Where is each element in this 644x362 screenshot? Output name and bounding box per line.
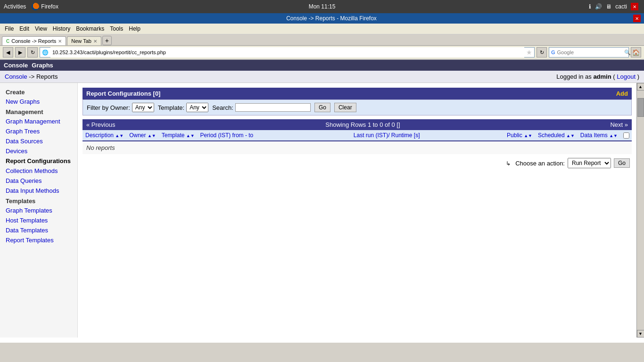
breadcrumb-arrow: ->: [29, 73, 34, 80]
browser-chrome: Console -> Reports - Mozilla Firefox ✕ F…: [0, 13, 644, 60]
sidebar-item-data-input-methods[interactable]: Data Input Methods: [0, 186, 77, 196]
go-button[interactable]: Go: [314, 103, 330, 112]
os-time: Mon 11:15: [309, 3, 336, 10]
browser-menu: File Edit View History Bookmarks Tools H…: [0, 24, 644, 34]
logout-link[interactable]: Logout: [617, 73, 636, 80]
select-all-checkbox[interactable]: [623, 132, 629, 139]
sidebar-item-data-templates[interactable]: Data Templates: [0, 225, 77, 235]
main-layout: Create New Graphs Management Graph Manag…: [0, 83, 644, 337]
th-scheduled[interactable]: Scheduled ▲▼: [535, 130, 578, 140]
no-reports-row: No reports: [83, 141, 632, 154]
sidebar-item-data-sources[interactable]: Data Sources: [0, 136, 77, 146]
report-config-header: Report Configurations [0] Add: [83, 88, 632, 99]
sidebar-templates-section: Templates: [0, 196, 77, 206]
pagination-bar: « Previous Showing Rows 1 to 0 of 0 [] N…: [83, 119, 632, 130]
browser-close-button[interactable]: ✕: [633, 15, 641, 22]
os-topbar-left: Activities Firefox: [4, 3, 58, 10]
console-nav-link[interactable]: Console: [4, 62, 28, 69]
search-icon[interactable]: 🔍: [624, 49, 631, 56]
filter-owner-group: Filter by Owner: Any: [87, 103, 154, 112]
sidebar-item-data-queries[interactable]: Data Queries: [0, 176, 77, 186]
action-select[interactable]: Run Report: [568, 158, 611, 168]
th-checkbox[interactable]: [620, 130, 632, 140]
volume-icon: 🔊: [595, 3, 602, 10]
forward-button[interactable]: ▶: [15, 47, 25, 58]
showing-rows: Showing Rows 1 to 0 of 0 []: [325, 121, 400, 128]
sidebar-item-report-configurations[interactable]: Report Configurations: [0, 156, 77, 166]
search-input[interactable]: [557, 49, 622, 55]
scrollbar[interactable]: ▲ ▼: [636, 83, 644, 337]
home-button[interactable]: 🏠: [631, 47, 641, 58]
menu-edit[interactable]: Edit: [17, 25, 32, 33]
sidebar-management-section: Management: [0, 107, 77, 116]
sidebar-item-graph-templates[interactable]: Graph Templates: [0, 206, 77, 215]
action-go-button[interactable]: Go: [614, 158, 630, 168]
menu-view[interactable]: View: [32, 25, 50, 33]
sidebar-item-report-templates[interactable]: Report Templates: [0, 235, 77, 245]
count-badge: [0]: [153, 90, 161, 97]
next-link[interactable]: Next »: [610, 121, 628, 128]
th-template[interactable]: Template ▲▼: [159, 130, 198, 140]
breadcrumb-console[interactable]: Console: [5, 73, 27, 80]
filter-owner-select[interactable]: Any: [132, 103, 154, 112]
sidebar-item-new-graphs[interactable]: New Graphs: [0, 97, 77, 107]
sidebar-item-graph-trees[interactable]: Graph Trees: [0, 126, 77, 136]
browser-title-bar: Console -> Reports - Mozilla Firefox ✕: [0, 13, 644, 24]
scroll-down-button[interactable]: ▼: [637, 330, 644, 337]
address-input[interactable]: [50, 47, 524, 58]
tab-label: Console -> Reports: [11, 38, 56, 44]
menu-file[interactable]: File: [2, 25, 17, 33]
sidebar-item-host-templates[interactable]: Host Templates: [0, 215, 77, 225]
tab-bar: C Console -> Reports ✕ New Tab ✕ +: [0, 34, 644, 46]
th-period: Period (IST) from - to: [198, 130, 351, 140]
os-close-button[interactable]: ✕: [631, 3, 638, 10]
tab-new-tab[interactable]: New Tab ✕: [67, 36, 101, 45]
menu-bookmarks[interactable]: Bookmarks: [73, 25, 107, 33]
browser-title: Console -> Reports - Mozilla Firefox: [30, 15, 633, 22]
menu-history[interactable]: History: [50, 25, 73, 33]
th-public[interactable]: Public ▲▼: [504, 130, 535, 140]
th-owner[interactable]: Owner ▲▼: [126, 130, 159, 140]
logged-in-info: Logged in as admin ( Logout ): [556, 73, 639, 80]
filter-search-group: Search:: [212, 103, 311, 112]
filter-by-owner-label: Filter by Owner:: [87, 104, 130, 111]
breadcrumb-current: Reports: [36, 73, 58, 80]
new-tab-button[interactable]: +: [102, 36, 112, 45]
th-data-items[interactable]: Data Items ▲▼: [578, 130, 620, 140]
tab-close-button[interactable]: ✕: [58, 39, 62, 44]
sidebar-item-collection-methods[interactable]: Collection Methods: [0, 166, 77, 176]
sidebar-item-graph-management[interactable]: Graph Management: [0, 116, 77, 126]
menu-help[interactable]: Help: [126, 25, 143, 33]
activities-label[interactable]: Activities: [4, 3, 26, 10]
menu-tools[interactable]: Tools: [107, 25, 126, 33]
refresh-button[interactable]: ↻: [27, 47, 38, 58]
tab-new-close-button[interactable]: ✕: [93, 39, 97, 44]
search-label: Search:: [212, 104, 233, 111]
os-topbar: Activities Firefox Mon 11:15 ℹ 🔊 🖥 cacti…: [0, 0, 644, 13]
breadcrumb-bar: Console -> Reports Logged in as admin ( …: [0, 71, 644, 83]
graphs-nav-link[interactable]: Graphs: [32, 62, 53, 69]
tab-favicon: C: [6, 39, 9, 44]
th-description[interactable]: Description ▲▼: [83, 130, 126, 140]
search-field[interactable]: [235, 103, 311, 112]
google-logo: G: [551, 49, 555, 55]
content-area: Report Configurations [0] Add Filter by …: [78, 83, 636, 337]
page-icon: 🌐: [42, 49, 49, 56]
filter-template-select[interactable]: Any: [186, 103, 208, 112]
info-icon: ℹ: [589, 3, 591, 10]
sidebar: Create New Graphs Management Graph Manag…: [0, 83, 78, 337]
clear-button[interactable]: Clear: [334, 103, 356, 112]
sidebar-item-devices[interactable]: Devices: [0, 146, 77, 156]
add-link[interactable]: Add: [616, 90, 628, 97]
choose-action-label: Choose an action:: [515, 160, 565, 167]
bookmark-star[interactable]: ★: [526, 49, 532, 56]
reload-button[interactable]: ↻: [537, 47, 547, 58]
back-button[interactable]: ◀: [3, 47, 13, 58]
tab-console-reports[interactable]: C Console -> Reports ✕: [2, 36, 66, 45]
scroll-up-button[interactable]: ▲: [637, 83, 644, 90]
previous-link[interactable]: « Previous: [86, 121, 115, 128]
table-header: Description ▲▼ Owner ▲▼ Template ▲▼ Peri…: [83, 130, 632, 141]
address-bar: ◀ ▶ ↻ 🌐 ★ ↻ G 🔍 🏠: [0, 46, 644, 59]
os-topbar-right: ℹ 🔊 🖥 cacti ✕: [589, 3, 640, 10]
scrollbar-thumb[interactable]: [637, 98, 644, 117]
